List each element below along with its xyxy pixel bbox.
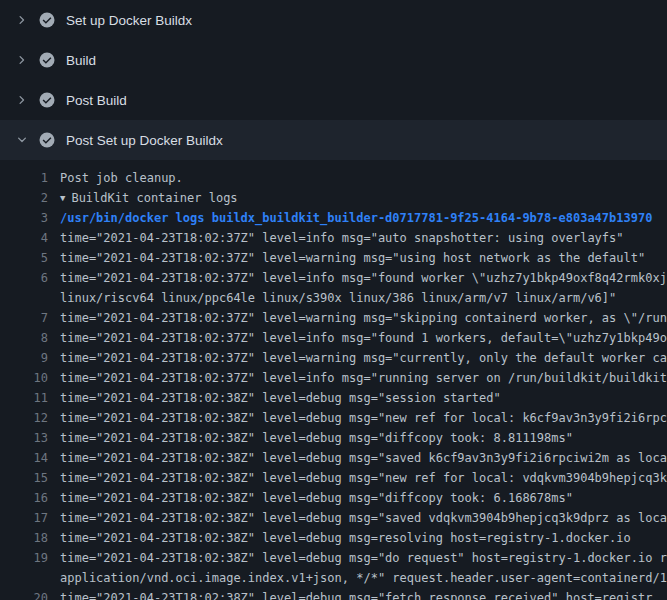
log-line-number[interactable]: 1 [0,168,48,188]
log-line-text: linux/riscv64 linux/ppc64le linux/s390x … [48,288,667,308]
log-line: 8time="2021-04-23T18:02:37Z" level=info … [0,328,667,348]
log-line-text: time="2021-04-23T18:02:38Z" level=debug … [48,548,667,568]
log-line: application/vnd.oci.image.index.v1+json,… [0,568,667,588]
log-line-number[interactable]: 9 [0,348,48,368]
log-line-text: time="2021-04-23T18:02:37Z" level=info m… [48,228,667,248]
log-line-text: time="2021-04-23T18:02:38Z" level=debug … [48,388,667,408]
log-line-number[interactable]: 8 [0,328,48,348]
log-line: 3/usr/bin/docker logs buildx_buildkit_bu… [0,208,667,228]
log-line: 1Post job cleanup. [0,168,667,188]
step-label: Build [66,53,96,68]
log-line-number[interactable]: 6 [0,268,48,288]
check-circle-icon [39,52,55,68]
log-line-text: time="2021-04-23T18:02:38Z" level=debug … [48,488,667,508]
log-line-text: time="2021-04-23T18:02:38Z" level=debug … [48,468,667,488]
check-circle-icon [39,92,55,108]
step-header-post-build[interactable]: Post Build [0,80,667,120]
log-line-text: time="2021-04-23T18:02:37Z" level=info m… [48,268,667,288]
check-circle-icon [39,132,55,148]
log-line: 14time="2021-04-23T18:02:38Z" level=debu… [0,448,667,468]
chevron-right-icon[interactable] [14,54,30,66]
log-line-text: time="2021-04-23T18:02:38Z" level=debug … [48,448,667,468]
log-line-number[interactable]: 10 [0,368,48,388]
log-group-expander-icon[interactable]: ▼ [60,188,65,208]
log-line-number[interactable]: 15 [0,468,48,488]
log-line: 17time="2021-04-23T18:02:38Z" level=debu… [0,508,667,528]
log-line-text: Post job cleanup. [48,168,667,188]
log-line-number[interactable]: 2 [0,188,48,208]
log-line: 9time="2021-04-23T18:02:37Z" level=warni… [0,348,667,368]
log-line: 6time="2021-04-23T18:02:37Z" level=info … [0,268,667,288]
log-line-number [0,568,48,588]
actions-log-viewer: Set up Docker BuildxBuildPost BuildPost … [0,0,667,600]
log-line: 19time="2021-04-23T18:02:38Z" level=debu… [0,548,667,568]
log-line-text: time="2021-04-23T18:02:37Z" level=warnin… [48,308,667,328]
log-line-number[interactable]: 4 [0,228,48,248]
log-line: 10time="2021-04-23T18:02:37Z" level=info… [0,368,667,388]
log-line: 4time="2021-04-23T18:02:37Z" level=info … [0,228,667,248]
log-group-title[interactable]: BuildKit container logs [71,191,237,205]
log-line: 16time="2021-04-23T18:02:38Z" level=debu… [0,488,667,508]
log-line-number[interactable]: 19 [0,548,48,568]
log-line-text: /usr/bin/docker logs buildx_buildkit_bui… [48,208,667,228]
log-line-number[interactable]: 12 [0,408,48,428]
log-line-text: time="2021-04-23T18:02:38Z" level=debug … [48,588,667,600]
log-line-text: time="2021-04-23T18:02:37Z" level=warnin… [48,248,667,268]
log-line-number[interactable]: 5 [0,248,48,268]
log-line: 18time="2021-04-23T18:02:38Z" level=debu… [0,528,667,548]
log-line-number[interactable]: 20 [0,588,48,600]
log-line-number[interactable]: 16 [0,488,48,508]
chevron-right-icon[interactable] [14,14,30,26]
step-label: Set up Docker Buildx [66,13,192,28]
log-line-text: time="2021-04-23T18:02:38Z" level=debug … [48,528,667,548]
log-line-text: time="2021-04-23T18:02:37Z" level=info m… [48,368,667,388]
log-line-number[interactable]: 18 [0,528,48,548]
log-output: 1Post job cleanup.2▼BuildKit container l… [0,160,667,600]
log-line-number[interactable]: 11 [0,388,48,408]
check-circle-icon [39,12,55,28]
log-line: 11time="2021-04-23T18:02:38Z" level=debu… [0,388,667,408]
log-line-number[interactable]: 13 [0,428,48,448]
log-line-text: time="2021-04-23T18:02:38Z" level=debug … [48,428,667,448]
log-line-number[interactable]: 17 [0,508,48,528]
log-line: 7time="2021-04-23T18:02:37Z" level=warni… [0,308,667,328]
step-header-post-set-up-docker-buildx[interactable]: Post Set up Docker Buildx [0,120,667,160]
log-line: 20time="2021-04-23T18:02:38Z" level=debu… [0,588,667,600]
log-line-text: time="2021-04-23T18:02:38Z" level=debug … [48,408,667,428]
log-line-number [0,288,48,308]
log-line: linux/riscv64 linux/ppc64le linux/s390x … [0,288,667,308]
log-line: 12time="2021-04-23T18:02:38Z" level=debu… [0,408,667,428]
log-line-text: time="2021-04-23T18:02:38Z" level=debug … [48,508,667,528]
step-label: Post Set up Docker Buildx [66,133,223,148]
step-label: Post Build [66,93,127,108]
log-line-text: ▼BuildKit container logs [48,188,667,208]
log-line: 15time="2021-04-23T18:02:38Z" level=debu… [0,468,667,488]
log-line-number[interactable]: 14 [0,448,48,468]
log-line-text: application/vnd.oci.image.index.v1+json,… [48,568,667,588]
log-line: 13time="2021-04-23T18:02:38Z" level=debu… [0,428,667,448]
log-line-text: time="2021-04-23T18:02:37Z" level=warnin… [48,348,667,368]
chevron-right-icon[interactable] [14,94,30,106]
log-line-text: time="2021-04-23T18:02:37Z" level=info m… [48,328,667,348]
log-line-number[interactable]: 7 [0,308,48,328]
log-line: 5time="2021-04-23T18:02:37Z" level=warni… [0,248,667,268]
chevron-down-icon[interactable] [14,134,30,146]
step-header-build[interactable]: Build [0,40,667,80]
log-line: 2▼BuildKit container logs [0,188,667,208]
steps-list: Set up Docker BuildxBuildPost BuildPost … [0,0,667,160]
step-header-set-up-docker-buildx[interactable]: Set up Docker Buildx [0,0,667,40]
log-line-number[interactable]: 3 [0,208,48,228]
